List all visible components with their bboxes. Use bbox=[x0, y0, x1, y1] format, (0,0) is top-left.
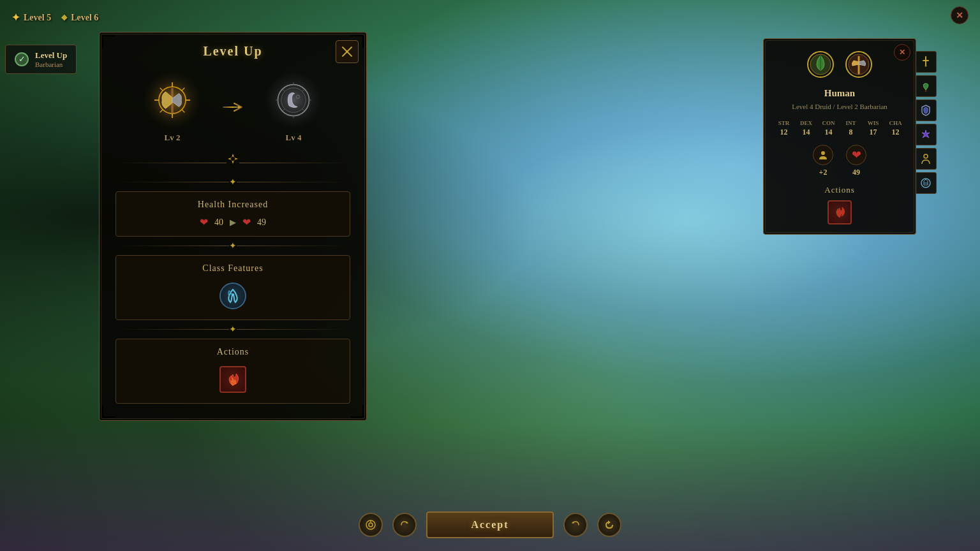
sidebar-icon-1[interactable] bbox=[915, 51, 937, 73]
camera-left-button[interactable] bbox=[359, 513, 383, 537]
tools-icon bbox=[341, 45, 353, 58]
axe-svg bbox=[150, 78, 195, 122]
health-new-value: 49 bbox=[257, 217, 266, 228]
sidebar-icon-2[interactable] bbox=[915, 75, 937, 97]
actions-icons bbox=[126, 364, 340, 395]
arrow-svg bbox=[220, 98, 246, 117]
nature-icon bbox=[919, 80, 932, 92]
str-label: STR bbox=[773, 120, 794, 126]
wis-value: 17 bbox=[863, 128, 884, 137]
heart-old-icon: ❤ bbox=[200, 216, 208, 228]
divider-svg bbox=[226, 152, 239, 165]
to-level-label: Lv 4 bbox=[286, 133, 302, 143]
close-button[interactable]: ✕ bbox=[951, 6, 969, 24]
level-from-badge: ✦ Level 5 bbox=[11, 11, 51, 24]
svg-point-26 bbox=[232, 293, 234, 296]
health-icon: ❤ bbox=[846, 145, 866, 165]
char-actions-row bbox=[773, 200, 906, 224]
notification-title: Level Up bbox=[35, 50, 67, 61]
sword-icon bbox=[919, 55, 932, 68]
reset-button[interactable] bbox=[597, 513, 621, 537]
heart-stat-icon: ❤ bbox=[852, 148, 861, 162]
char-action-icon[interactable] bbox=[828, 200, 852, 224]
char-info-panel: ✕ Human Level 4 Druid / Level 2 Barbar bbox=[763, 38, 916, 235]
svg-point-30 bbox=[924, 154, 928, 158]
divider-icon bbox=[226, 152, 239, 168]
heart-new-icon: ❤ bbox=[242, 216, 251, 228]
moon-svg bbox=[271, 78, 316, 122]
accept-button[interactable]: Accept bbox=[426, 511, 554, 538]
rotate-right-button[interactable] bbox=[563, 513, 588, 537]
char-subtitle: Level 4 Druid / Level 2 Barbarian bbox=[773, 101, 906, 112]
tools-button[interactable] bbox=[336, 40, 359, 63]
rune-icon bbox=[919, 177, 932, 189]
health-stat-value: 49 bbox=[852, 168, 860, 177]
level-icons-row: Lv 2 bbox=[100, 65, 366, 152]
health-arrow: ▶ bbox=[230, 217, 236, 228]
con-value: 14 bbox=[818, 128, 839, 137]
rotate-left-icon bbox=[399, 520, 410, 530]
health-stat: ❤ 49 bbox=[846, 145, 866, 177]
barbarian-icon-wrapper: Lv 2 bbox=[144, 71, 201, 143]
svg-point-39 bbox=[821, 151, 825, 155]
sidebar-icon-5[interactable] bbox=[915, 148, 937, 170]
star-icon-from: ✦ bbox=[11, 11, 20, 24]
divider-star-3: ✦ bbox=[229, 324, 237, 335]
stats-grid: STR DEX CON INT WIS CHA 12 14 14 8 17 12 bbox=[773, 120, 906, 137]
person-stat-icon bbox=[817, 149, 829, 161]
top-level-bar: ✦ Level 5 ◆ Level 6 bbox=[11, 11, 98, 24]
sidebar-icon-4[interactable] bbox=[915, 124, 937, 145]
proficiency-icon bbox=[813, 145, 833, 165]
druid-feature-svg bbox=[224, 287, 242, 305]
svg-point-2 bbox=[346, 50, 348, 53]
barbarian-icon bbox=[144, 71, 201, 129]
panel-title: Level Up bbox=[100, 33, 366, 65]
int-label: INT bbox=[840, 120, 861, 126]
dex-value: 14 bbox=[796, 128, 817, 137]
class-features-title: Class Features bbox=[126, 263, 340, 274]
check-icon: ✓ bbox=[15, 52, 29, 66]
notification-subtitle: Barbarian bbox=[35, 61, 67, 68]
proficiency-value: +2 bbox=[819, 168, 828, 177]
reset-icon bbox=[604, 520, 614, 530]
health-feature-box: Health Increased ❤ 40 ▶ ❤ 49 bbox=[115, 191, 350, 237]
level-to-badge: ◆ Level 6 bbox=[61, 11, 98, 24]
level-up-panel: Level Up bbox=[99, 32, 367, 421]
magic-icon bbox=[919, 128, 932, 141]
bottom-bar: Accept bbox=[359, 511, 621, 538]
char-extra-row: +2 ❤ 49 bbox=[773, 145, 906, 177]
section-divider-2: ✦ bbox=[119, 240, 347, 251]
cha-value: 12 bbox=[885, 128, 906, 137]
dex-label: DEX bbox=[796, 120, 817, 126]
druid-icon-wrapper: Lv 4 bbox=[265, 71, 322, 143]
corner-bl bbox=[102, 405, 115, 418]
con-label: CON bbox=[818, 120, 839, 126]
char-actions-label: Actions bbox=[773, 185, 906, 195]
char-druid-svg bbox=[806, 50, 835, 78]
ornament-divider bbox=[100, 152, 366, 173]
person-icon bbox=[919, 152, 932, 165]
class-features-box: Class Features bbox=[115, 255, 350, 320]
sidebar-icons bbox=[915, 51, 937, 194]
corner-tl bbox=[102, 35, 115, 48]
levelup-notification[interactable]: ✓ Level Up Barbarian bbox=[5, 45, 77, 74]
rotate-right-icon bbox=[570, 520, 581, 530]
sidebar-icon-3[interactable] bbox=[915, 99, 937, 121]
druid-icon bbox=[265, 71, 322, 129]
class-feature-icon[interactable] bbox=[219, 283, 246, 309]
char-panel-close[interactable]: ✕ bbox=[894, 44, 910, 61]
char-barbarian-icon bbox=[843, 48, 875, 80]
divider-star-2: ✦ bbox=[229, 240, 237, 251]
corner-br bbox=[351, 405, 364, 418]
action-icon[interactable] bbox=[219, 366, 246, 393]
camera-icon bbox=[365, 519, 376, 531]
diamond-icon-to: ◆ bbox=[61, 13, 67, 22]
section-divider-3: ✦ bbox=[119, 324, 347, 335]
svg-point-41 bbox=[369, 523, 373, 527]
divider-star-1: ✦ bbox=[229, 177, 237, 187]
section-divider-1: ✦ bbox=[119, 177, 347, 187]
rotate-left-button[interactable] bbox=[392, 513, 417, 537]
class-features-icons bbox=[126, 280, 340, 312]
char-druid-icon bbox=[805, 48, 836, 80]
sidebar-icon-6[interactable] bbox=[915, 172, 937, 194]
